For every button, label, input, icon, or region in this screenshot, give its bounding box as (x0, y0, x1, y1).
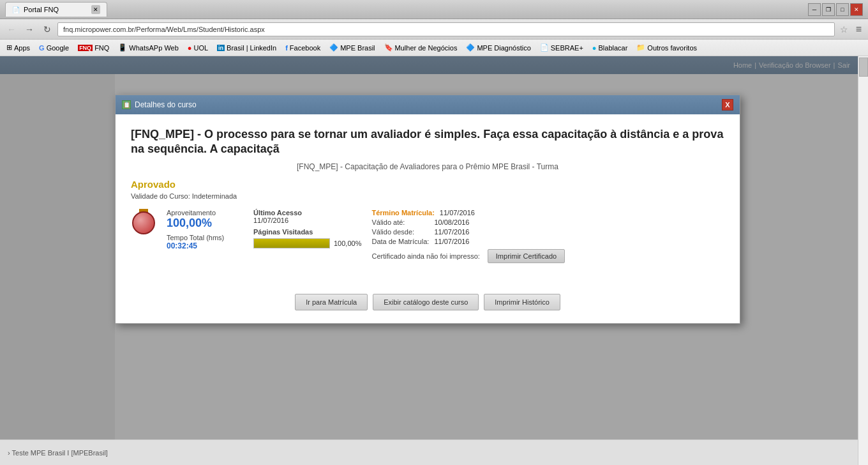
certificado-label: Certificado ainda não foi impresso: (371, 252, 479, 260)
info-row: Aproveitamento 100,00% Tempo Total (hms)… (131, 209, 724, 263)
modal-dialog: 📋 Detalhes do curso X [FNQ_MPE] - O proc… (115, 95, 740, 324)
menu-button[interactable]: ≡ (853, 24, 864, 35)
bookmark-outros[interactable]: 📁 Outros favoritos (632, 42, 701, 53)
close-button[interactable]: ✕ (850, 3, 863, 16)
bookmark-sebrae[interactable]: 📄 SEBRAE+ (536, 42, 587, 53)
bookmark-mulher-label: Mulher de Negócios (395, 44, 458, 52)
minimize-button[interactable]: ─ (808, 3, 821, 16)
modal-title: Detalhes do curso (135, 100, 197, 109)
whatsapp-icon: 📱 (118, 43, 127, 52)
valido-ate-label: Válido até: (371, 218, 429, 226)
bookmark-apps[interactable]: ⊞ Apps (3, 42, 34, 53)
data-matricula-label: Data de Matrícula: (371, 238, 429, 245)
bookmark-google[interactable]: G Google (35, 43, 73, 53)
modal-footer: Ir para Matrícula Exibir catálogo deste … (116, 286, 740, 323)
bookmark-blablacar[interactable]: ● Blablacar (588, 43, 632, 53)
bookmark-linkedin[interactable]: in Brasil | LinkedIn (213, 43, 280, 53)
restore-button[interactable]: ❐ (822, 3, 835, 16)
scrollbar-thumb[interactable] (859, 57, 868, 77)
valido-desde-row: Válido desde: 11/07/2016 (371, 228, 565, 236)
bookmark-mpe-diag[interactable]: 🔷 MPE Diagnóstico (462, 42, 534, 53)
course-subtitle: [FNQ_MPE] - Capacitação de Avaliadores p… (131, 162, 724, 171)
termino-value: 11/07/2016 (440, 209, 475, 217)
medal-circle (132, 211, 155, 234)
certificado-row: Certificado ainda não foi impresso: Impr… (371, 249, 565, 263)
blablacar-icon: ● (592, 44, 597, 52)
tab-close-button[interactable]: ✕ (91, 5, 100, 14)
page-area: Home | Verificação do Browser | Sair 📋 D… (0, 56, 868, 465)
tempo-label: Tempo Total (hms) (167, 234, 243, 241)
progress-text: 100,00% (334, 240, 361, 247)
termino-row: Término Matrícula: 11/07/2016 (371, 209, 565, 217)
valido-ate-value: 10/08/2016 (434, 218, 469, 226)
progress-bar-container: 100,00% (253, 238, 361, 248)
bookmark-mulher[interactable]: 🔖 Mulher de Negócios (380, 42, 461, 53)
outros-icon: 📁 (636, 43, 645, 52)
mpe-diag-icon: 🔷 (466, 43, 475, 52)
ir-matricula-button[interactable]: Ir para Matrícula (295, 294, 368, 310)
imprimir-historico-button[interactable]: Imprimir Histórico (484, 294, 560, 310)
uol-icon: ● (188, 44, 192, 52)
exibir-catalogo-button[interactable]: Exibir catálogo deste curso (373, 294, 479, 310)
fnq-icon: FNQ (78, 45, 93, 51)
nav-bar: ← → ↻ ☆ ≡ (0, 19, 868, 40)
bookmark-fnq[interactable]: FNQ FNQ (74, 43, 113, 53)
valido-desde-value: 11/07/2016 (434, 228, 469, 236)
maximize-button[interactable]: □ (836, 3, 849, 16)
course-title: [FNQ_MPE] - O processo para se tornar um… (131, 127, 724, 157)
imprimir-certificado-button[interactable]: Imprimir Certificado (488, 249, 565, 263)
browser-titlebar: 📄 Portal FNQ ✕ ─ ❐ □ ✕ (0, 0, 868, 19)
aproveitamento-label: Aproveitamento (167, 209, 243, 217)
reload-button[interactable]: ↻ (40, 22, 55, 37)
validade-value: Indeterminada (192, 192, 237, 200)
progress-fill (254, 239, 329, 248)
back-button[interactable]: ← (4, 22, 19, 37)
bookmark-fnq-label: FNQ (94, 44, 109, 52)
modal-close-button[interactable]: X (722, 99, 733, 111)
aproveitamento-col: Aproveitamento 100,00% Tempo Total (hms)… (167, 209, 243, 250)
bookmark-google-label: Google (47, 44, 69, 52)
scrollbar-right[interactable] (858, 56, 868, 465)
progress-bar (253, 238, 330, 248)
ultimo-acesso-value: 11/07/2016 (253, 217, 361, 224)
medal-icon (131, 209, 156, 234)
bookmark-outros-label: Outros favoritos (647, 44, 697, 52)
browser-tab[interactable]: 📄 Portal FNQ ✕ (5, 2, 107, 17)
bookmark-whatsapp-label: WhatsAPp Web (129, 44, 178, 52)
termino-label: Término Matrícula: (371, 209, 434, 217)
apps-icon: ⊞ (6, 43, 12, 52)
bookmark-mpe-diag-label: MPE Diagnóstico (477, 44, 530, 52)
bookmark-linkedin-label: Brasil | LinkedIn (227, 44, 276, 52)
bookmark-mpe-brasil[interactable]: 🔷 MPE Brasil (326, 42, 378, 53)
bookmark-facebook[interactable]: f Facebook (281, 43, 324, 53)
validade-text: Validade do Curso: Indeterminada (131, 192, 724, 200)
forward-button[interactable]: → (22, 22, 37, 37)
address-bar[interactable] (57, 22, 835, 36)
bookmark-uol[interactable]: ● UOL (184, 43, 212, 53)
bookmark-facebook-label: Facebook (290, 44, 320, 52)
paginas-label: Páginas Visitadas (253, 228, 361, 236)
tempo-value: 00:32:45 (167, 241, 243, 250)
bookmark-star-icon[interactable]: ☆ (837, 24, 851, 34)
modal-header: 📋 Detalhes do curso X (116, 95, 740, 114)
valido-ate-row: Válido até: 10/08/2016 (371, 218, 565, 226)
linkedin-icon: in (217, 45, 225, 51)
modal-body: [FNQ_MPE] - O processo para se tornar um… (116, 114, 740, 286)
status-aprovado: Aprovado (131, 179, 724, 190)
google-icon: G (39, 44, 45, 52)
acesso-col: Último Acesso 11/07/2016 Páginas Visitad… (253, 209, 361, 248)
ultimo-acesso-label: Último Acesso (253, 209, 361, 217)
bookmark-uol-label: UOL (193, 44, 208, 52)
aproveitamento-value: 100,00% (167, 217, 243, 230)
modal-title-row: 📋 Detalhes do curso (122, 100, 197, 109)
validade-label: Validade do Curso: (131, 192, 190, 200)
data-matricula-value: 11/07/2016 (434, 238, 469, 245)
data-matricula-row: Data de Matrícula: 11/07/2016 (371, 238, 565, 245)
valido-desde-label: Válido desde: (371, 228, 429, 236)
bookmark-whatsapp[interactable]: 📱 WhatsAPp Web (114, 42, 182, 53)
termino-col: Término Matrícula: 11/07/2016 Válido até… (371, 209, 565, 263)
bookmark-apps-label: Apps (14, 44, 30, 52)
tab-page-icon: 📄 (12, 6, 20, 13)
modal-title-icon: 📋 (122, 100, 131, 109)
tab-title: Portal FNQ (24, 6, 59, 13)
